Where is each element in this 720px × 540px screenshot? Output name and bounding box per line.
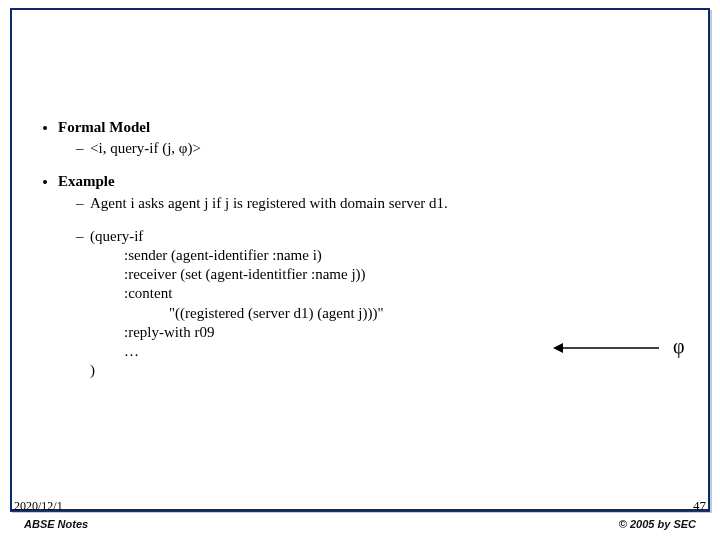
arrow-left-icon — [551, 338, 661, 358]
example-description: Agent i asks agent j if j is registered … — [76, 194, 696, 213]
code-line: :content — [124, 284, 696, 303]
code-close: ) — [90, 362, 95, 378]
footer-left: ABSE Notes — [24, 518, 88, 530]
footer-right: © 2005 by SEC — [619, 518, 696, 530]
formal-model-item: <i, query-if (j, φ)> — [76, 139, 696, 158]
code-line: :sender (agent-identifier :name i) — [124, 246, 696, 265]
code-line: "((registered (server d1) (agent j)))" — [124, 304, 696, 323]
code-open: (query-if — [90, 228, 143, 244]
section-formal-model: Formal Model <i, query-if (j, φ)> — [58, 118, 696, 158]
heading-example: Example — [58, 173, 115, 189]
footer-bar: ABSE Notes © 2005 by SEC — [10, 511, 710, 534]
formal-model-sublist: <i, query-if (j, φ)> — [58, 139, 696, 158]
phi-annotation: φ — [551, 338, 701, 358]
slide-content: Formal Model <i, query-if (j, φ)> Exampl… — [36, 118, 696, 394]
example-sublist: Agent i asks agent j if j is registered … — [58, 194, 696, 213]
phi-symbol: φ — [673, 334, 685, 360]
slide: Formal Model <i, query-if (j, φ)> Exampl… — [0, 0, 720, 540]
svg-marker-1 — [553, 343, 563, 353]
heading-formal-model: Formal Model — [58, 119, 150, 135]
code-line: :receiver (set (agent-identitfier :name … — [124, 265, 696, 284]
